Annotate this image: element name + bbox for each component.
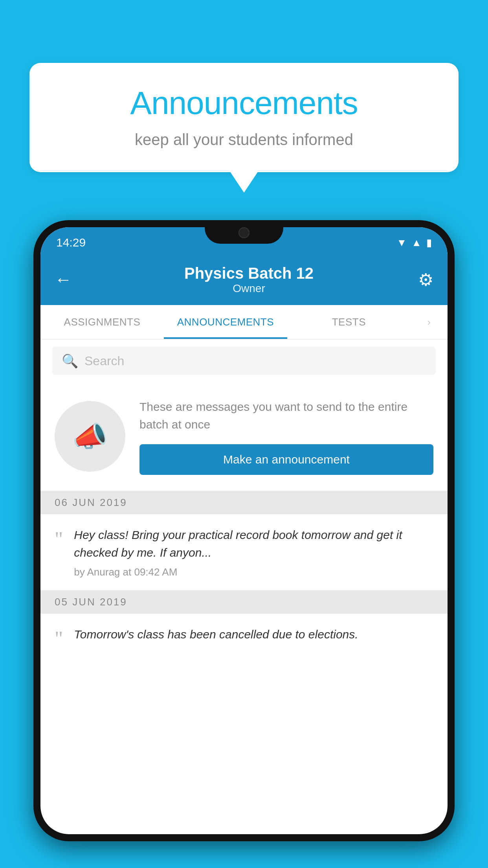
search-input-wrapper[interactable]: 🔍 Search (52, 347, 436, 375)
speech-bubble: Announcements keep all your students inf… (29, 63, 459, 172)
search-icon: 🔍 (62, 353, 78, 369)
search-input[interactable]: Search (84, 354, 124, 368)
phone-camera (238, 227, 250, 238)
signal-icon: ▲ (411, 237, 422, 249)
back-button[interactable]: ← (55, 270, 72, 289)
speech-bubble-container: Announcements keep all your students inf… (29, 63, 459, 172)
phone-screen: 14:29 ▼ ▲ ▮ ← Physics Batch 12 Owner ⚙ (40, 227, 448, 834)
bubble-subtitle: keep all your students informed (53, 131, 435, 149)
announcement-meta-1: by Anurag at 09:42 AM (74, 566, 433, 578)
tabs: ASSIGNMENTS ANNOUNCEMENTS TESTS › (40, 305, 448, 340)
status-icons: ▼ ▲ ▮ (397, 237, 432, 249)
announcement-prompt: 📣 These are messages you want to send to… (40, 382, 448, 491)
megaphone-icon: 📣 (72, 420, 108, 453)
megaphone-circle: 📣 (55, 401, 125, 472)
date-separator-2: 05 JUN 2019 (40, 590, 448, 614)
status-time: 14:29 (56, 236, 86, 249)
tab-tests[interactable]: TESTS (287, 305, 411, 339)
app-bar-subtitle: Owner (80, 282, 418, 295)
announcement-content-2: Tomorrow's class has been cancelled due … (74, 625, 433, 648)
announcement-item-1: " Hey class! Bring your practical record… (40, 514, 448, 590)
quote-icon-2: " (55, 629, 63, 649)
tab-assignments[interactable]: ASSIGNMENTS (40, 305, 164, 339)
announcement-text-2: Tomorrow's class has been cancelled due … (74, 625, 433, 643)
content-area: 🔍 Search 📣 These are messages you want t… (40, 340, 448, 661)
phone-container: 14:29 ▼ ▲ ▮ ← Physics Batch 12 Owner ⚙ (33, 220, 455, 868)
battery-icon: ▮ (426, 237, 432, 249)
wifi-icon: ▼ (397, 237, 407, 249)
app-bar-title-container: Physics Batch 12 Owner (80, 265, 418, 295)
tab-more[interactable]: › (411, 305, 448, 339)
date-separator-1: 06 JUN 2019 (40, 491, 448, 514)
search-bar: 🔍 Search (40, 340, 448, 382)
announcement-content-1: Hey class! Bring your practical record b… (74, 526, 433, 578)
make-announcement-button[interactable]: Make an announcement (139, 444, 433, 475)
bubble-title: Announcements (53, 85, 435, 121)
announcement-text-area: These are messages you want to send to t… (139, 398, 433, 475)
phone: 14:29 ▼ ▲ ▮ ← Physics Batch 12 Owner ⚙ (33, 220, 455, 841)
announcement-text-1: Hey class! Bring your practical record b… (74, 526, 433, 561)
settings-icon[interactable]: ⚙ (418, 270, 433, 290)
announcement-item-2: " Tomorrow's class has been cancelled du… (40, 614, 448, 661)
tab-announcements[interactable]: ANNOUNCEMENTS (164, 305, 287, 339)
quote-icon-1: " (55, 529, 63, 550)
phone-notch (205, 220, 283, 244)
app-bar: ← Physics Batch 12 Owner ⚙ (40, 254, 448, 305)
app-bar-title: Physics Batch 12 (80, 265, 418, 282)
announcement-description: These are messages you want to send to t… (139, 398, 433, 433)
